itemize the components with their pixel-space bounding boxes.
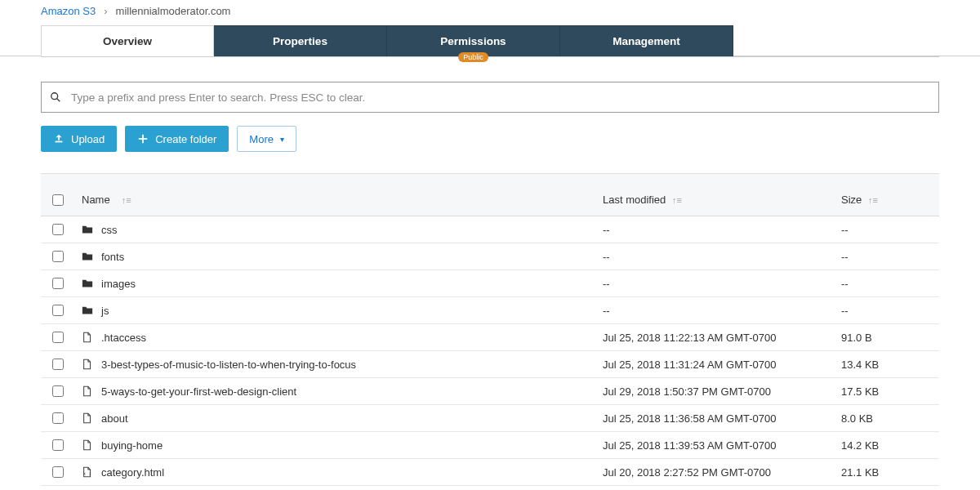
table-row[interactable]: images---- xyxy=(41,270,939,297)
table-row[interactable]: fonts---- xyxy=(41,243,939,270)
object-modified: Jul 25, 2018 11:36:58 AM GMT-0700 xyxy=(603,412,831,425)
column-header-size[interactable]: Size ↑≡ xyxy=(841,194,939,206)
row-checkbox[interactable] xyxy=(52,251,64,262)
table-row[interactable]: buying-homeJul 25, 2018 11:39:53 AM GMT-… xyxy=(41,432,939,459)
button-label: Upload xyxy=(71,133,105,145)
object-name-cell[interactable]: images xyxy=(82,278,593,290)
tab-overview[interactable]: Overview xyxy=(41,25,214,56)
object-name-cell[interactable]: about xyxy=(82,412,593,425)
tab-bar: Overview Properties Permissions Public M… xyxy=(41,25,939,57)
public-badge: Public xyxy=(458,52,488,62)
svg-point-0 xyxy=(51,93,58,100)
file-icon xyxy=(82,359,93,370)
row-checkbox[interactable] xyxy=(52,305,64,316)
tab-label: Overview xyxy=(103,35,152,47)
row-checkbox[interactable] xyxy=(52,359,64,370)
object-name: category.html xyxy=(101,466,164,479)
object-name-cell[interactable]: buying-home xyxy=(82,439,593,452)
tab-management[interactable]: Management xyxy=(560,25,733,56)
row-checkbox[interactable] xyxy=(52,278,64,289)
object-name: about xyxy=(101,412,128,425)
button-label: Create folder xyxy=(155,133,216,145)
sort-icon: ↑≡ xyxy=(868,195,878,205)
table-row[interactable]: category.htmlJul 20, 2018 2:27:52 PM GMT… xyxy=(41,459,939,486)
row-select-cell xyxy=(52,412,72,424)
object-modified: Jul 29, 2018 1:50:37 PM GMT-0700 xyxy=(603,385,831,398)
object-name-cell[interactable]: fonts xyxy=(82,251,593,263)
breadcrumb-current: millennialmoderator.com xyxy=(116,5,231,17)
object-modified: -- xyxy=(603,278,831,290)
object-name-cell[interactable]: js xyxy=(82,305,593,317)
select-all-cell xyxy=(52,194,72,206)
select-all-checkbox[interactable] xyxy=(52,194,64,206)
plus-icon xyxy=(137,133,149,145)
tab-permissions[interactable]: Permissions Public xyxy=(387,25,560,56)
html-file-icon xyxy=(82,466,93,478)
file-icon xyxy=(82,439,93,451)
object-name-cell[interactable]: css xyxy=(82,224,593,236)
table-row[interactable]: css---- xyxy=(41,216,939,243)
folder-icon xyxy=(82,224,93,235)
folder-icon xyxy=(82,305,93,316)
table-row[interactable]: aboutJul 25, 2018 11:36:58 AM GMT-07008.… xyxy=(41,405,939,432)
toolbar: Upload Create folder More ▾ xyxy=(41,126,939,152)
table-row[interactable]: js---- xyxy=(41,297,939,324)
more-button[interactable]: More ▾ xyxy=(237,126,296,152)
object-name-cell[interactable]: 3-best-types-of-music-to-listen-to-when-… xyxy=(82,359,593,371)
row-select-cell xyxy=(52,385,72,397)
object-name-cell[interactable]: 5-ways-to-get-your-first-web-design-clie… xyxy=(82,385,593,398)
button-label: More xyxy=(249,133,274,145)
object-modified: -- xyxy=(603,224,831,236)
tab-label: Management xyxy=(612,35,680,47)
search-bar xyxy=(41,82,939,113)
tab-properties[interactable]: Properties xyxy=(214,25,387,56)
row-checkbox[interactable] xyxy=(52,466,64,478)
object-size: 14.2 KB xyxy=(841,439,939,452)
row-select-cell xyxy=(52,466,72,478)
row-checkbox[interactable] xyxy=(52,332,64,343)
object-name: .htaccess xyxy=(101,332,146,344)
table-row[interactable]: .htaccessJul 25, 2018 11:22:13 AM GMT-07… xyxy=(41,324,939,351)
table-row[interactable]: 3-best-types-of-music-to-listen-to-when-… xyxy=(41,351,939,378)
breadcrumb: Amazon S3 › millennialmoderator.com xyxy=(41,0,939,25)
upload-button[interactable]: Upload xyxy=(41,126,117,152)
row-checkbox[interactable] xyxy=(52,439,64,451)
object-size: -- xyxy=(841,278,939,290)
row-select-cell xyxy=(52,224,72,235)
object-name: css xyxy=(101,224,118,236)
tab-label: Properties xyxy=(273,35,327,47)
object-name: js xyxy=(101,305,109,317)
row-checkbox[interactable] xyxy=(52,385,64,397)
column-label: Name xyxy=(82,194,110,206)
sort-icon: ↑≡ xyxy=(122,195,131,205)
table-row[interactable]: 5-ways-to-get-your-first-web-design-clie… xyxy=(41,378,939,405)
search-icon xyxy=(50,91,61,103)
create-folder-button[interactable]: Create folder xyxy=(125,126,229,152)
row-select-cell xyxy=(52,332,72,343)
object-size: 91.0 B xyxy=(841,332,939,344)
object-name-cell[interactable]: .htaccess xyxy=(82,332,593,344)
row-checkbox[interactable] xyxy=(52,412,64,424)
sort-icon: ↑≡ xyxy=(672,195,682,205)
column-header-name[interactable]: Name ↑≡ xyxy=(82,194,593,206)
object-modified: Jul 25, 2018 11:31:24 AM GMT-0700 xyxy=(603,359,831,371)
row-select-cell xyxy=(52,359,72,370)
object-size: -- xyxy=(841,224,939,236)
row-select-cell xyxy=(52,439,72,451)
row-checkbox[interactable] xyxy=(52,224,64,235)
column-label: Size xyxy=(841,194,862,206)
object-size: 17.5 KB xyxy=(841,385,939,398)
chevron-down-icon: ▾ xyxy=(280,135,284,144)
breadcrumb-root[interactable]: Amazon S3 xyxy=(41,5,96,17)
column-header-last-modified[interactable]: Last modified ↑≡ xyxy=(603,194,831,206)
file-icon xyxy=(82,385,93,397)
search-input[interactable] xyxy=(71,91,930,104)
row-select-cell xyxy=(52,305,72,316)
file-icon xyxy=(82,332,93,343)
object-modified: Jul 25, 2018 11:39:53 AM GMT-0700 xyxy=(603,439,831,452)
object-name-cell[interactable]: category.html xyxy=(82,466,593,479)
folder-icon xyxy=(82,251,93,262)
object-name: 5-ways-to-get-your-first-web-design-clie… xyxy=(101,385,296,398)
object-modified: Jul 20, 2018 2:27:52 PM GMT-0700 xyxy=(603,466,831,479)
table-row[interactable]: contactJul 25, 2018 11:45:57 PM GMT-0700… xyxy=(41,486,939,490)
